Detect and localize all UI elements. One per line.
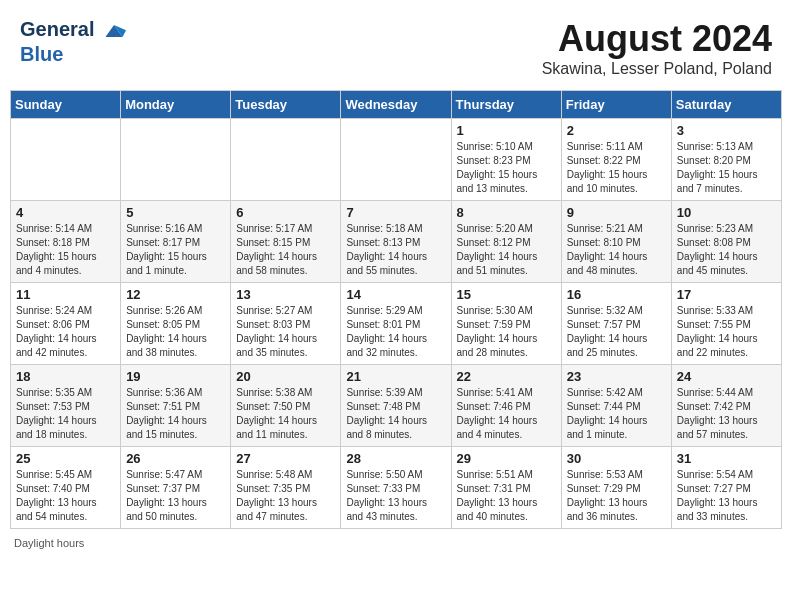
calendar-cell: 3Sunrise: 5:13 AMSunset: 8:20 PMDaylight… [671,119,781,201]
day-info: Sunrise: 5:42 AMSunset: 7:44 PMDaylight:… [567,386,666,442]
calendar-cell: 4Sunrise: 5:14 AMSunset: 8:18 PMDaylight… [11,201,121,283]
calendar-cell: 20Sunrise: 5:38 AMSunset: 7:50 PMDayligh… [231,365,341,447]
day-number: 23 [567,369,666,384]
day-info: Sunrise: 5:32 AMSunset: 7:57 PMDaylight:… [567,304,666,360]
day-number: 11 [16,287,115,302]
week-row-5: 25Sunrise: 5:45 AMSunset: 7:40 PMDayligh… [11,447,782,529]
calendar-cell: 2Sunrise: 5:11 AMSunset: 8:22 PMDaylight… [561,119,671,201]
day-number: 4 [16,205,115,220]
page-title: August 2024 [542,18,772,60]
calendar-cell [121,119,231,201]
day-number: 14 [346,287,445,302]
day-number: 7 [346,205,445,220]
day-number: 17 [677,287,776,302]
day-info: Sunrise: 5:41 AMSunset: 7:46 PMDaylight:… [457,386,556,442]
calendar-cell: 6Sunrise: 5:17 AMSunset: 8:15 PMDaylight… [231,201,341,283]
week-row-1: 1Sunrise: 5:10 AMSunset: 8:23 PMDaylight… [11,119,782,201]
day-number: 29 [457,451,556,466]
day-number: 1 [457,123,556,138]
day-number: 30 [567,451,666,466]
day-number: 6 [236,205,335,220]
calendar-cell: 7Sunrise: 5:18 AMSunset: 8:13 PMDaylight… [341,201,451,283]
calendar-cell [231,119,341,201]
week-row-2: 4Sunrise: 5:14 AMSunset: 8:18 PMDaylight… [11,201,782,283]
day-number: 2 [567,123,666,138]
calendar-cell [11,119,121,201]
logo-icon [102,19,126,43]
day-number: 26 [126,451,225,466]
calendar-cell: 1Sunrise: 5:10 AMSunset: 8:23 PMDaylight… [451,119,561,201]
day-info: Sunrise: 5:36 AMSunset: 7:51 PMDaylight:… [126,386,225,442]
day-number: 25 [16,451,115,466]
day-number: 22 [457,369,556,384]
day-info: Sunrise: 5:39 AMSunset: 7:48 PMDaylight:… [346,386,445,442]
calendar-cell: 29Sunrise: 5:51 AMSunset: 7:31 PMDayligh… [451,447,561,529]
day-info: Sunrise: 5:35 AMSunset: 7:53 PMDaylight:… [16,386,115,442]
day-number: 27 [236,451,335,466]
calendar-cell: 25Sunrise: 5:45 AMSunset: 7:40 PMDayligh… [11,447,121,529]
calendar-cell: 24Sunrise: 5:44 AMSunset: 7:42 PMDayligh… [671,365,781,447]
calendar-cell: 11Sunrise: 5:24 AMSunset: 8:06 PMDayligh… [11,283,121,365]
day-info: Sunrise: 5:26 AMSunset: 8:05 PMDaylight:… [126,304,225,360]
day-number: 20 [236,369,335,384]
day-number: 12 [126,287,225,302]
day-info: Sunrise: 5:33 AMSunset: 7:55 PMDaylight:… [677,304,776,360]
calendar-cell: 31Sunrise: 5:54 AMSunset: 7:27 PMDayligh… [671,447,781,529]
day-info: Sunrise: 5:16 AMSunset: 8:17 PMDaylight:… [126,222,225,278]
calendar-table: SundayMondayTuesdayWednesdayThursdayFrid… [10,90,782,529]
calendar-cell [341,119,451,201]
day-info: Sunrise: 5:38 AMSunset: 7:50 PMDaylight:… [236,386,335,442]
day-number: 8 [457,205,556,220]
calendar-cell: 14Sunrise: 5:29 AMSunset: 8:01 PMDayligh… [341,283,451,365]
logo-text: General [20,18,126,43]
calendar-cell: 26Sunrise: 5:47 AMSunset: 7:37 PMDayligh… [121,447,231,529]
week-row-4: 18Sunrise: 5:35 AMSunset: 7:53 PMDayligh… [11,365,782,447]
day-number: 15 [457,287,556,302]
page-subtitle: Skawina, Lesser Poland, Poland [542,60,772,78]
day-info: Sunrise: 5:51 AMSunset: 7:31 PMDaylight:… [457,468,556,524]
calendar-cell: 8Sunrise: 5:20 AMSunset: 8:12 PMDaylight… [451,201,561,283]
day-header-thursday: Thursday [451,91,561,119]
day-number: 24 [677,369,776,384]
day-number: 18 [16,369,115,384]
day-info: Sunrise: 5:23 AMSunset: 8:08 PMDaylight:… [677,222,776,278]
week-row-3: 11Sunrise: 5:24 AMSunset: 8:06 PMDayligh… [11,283,782,365]
page-header: General Blue August 2024 Skawina, Lesser… [10,10,782,82]
day-number: 28 [346,451,445,466]
day-header-tuesday: Tuesday [231,91,341,119]
day-info: Sunrise: 5:44 AMSunset: 7:42 PMDaylight:… [677,386,776,442]
day-info: Sunrise: 5:53 AMSunset: 7:29 PMDaylight:… [567,468,666,524]
calendar-cell: 16Sunrise: 5:32 AMSunset: 7:57 PMDayligh… [561,283,671,365]
calendar-cell: 23Sunrise: 5:42 AMSunset: 7:44 PMDayligh… [561,365,671,447]
footer: Daylight hours [10,537,782,549]
day-number: 3 [677,123,776,138]
day-info: Sunrise: 5:11 AMSunset: 8:22 PMDaylight:… [567,140,666,196]
calendar-cell: 17Sunrise: 5:33 AMSunset: 7:55 PMDayligh… [671,283,781,365]
logo-blue: Blue [20,43,126,65]
calendar-cell: 21Sunrise: 5:39 AMSunset: 7:48 PMDayligh… [341,365,451,447]
calendar-cell: 22Sunrise: 5:41 AMSunset: 7:46 PMDayligh… [451,365,561,447]
day-info: Sunrise: 5:20 AMSunset: 8:12 PMDaylight:… [457,222,556,278]
day-number: 13 [236,287,335,302]
day-info: Sunrise: 5:18 AMSunset: 8:13 PMDaylight:… [346,222,445,278]
calendar-cell: 19Sunrise: 5:36 AMSunset: 7:51 PMDayligh… [121,365,231,447]
day-number: 10 [677,205,776,220]
day-number: 31 [677,451,776,466]
day-number: 21 [346,369,445,384]
day-header-wednesday: Wednesday [341,91,451,119]
calendar-cell: 28Sunrise: 5:50 AMSunset: 7:33 PMDayligh… [341,447,451,529]
day-header-friday: Friday [561,91,671,119]
day-header-monday: Monday [121,91,231,119]
day-info: Sunrise: 5:24 AMSunset: 8:06 PMDaylight:… [16,304,115,360]
calendar-cell: 13Sunrise: 5:27 AMSunset: 8:03 PMDayligh… [231,283,341,365]
day-info: Sunrise: 5:14 AMSunset: 8:18 PMDaylight:… [16,222,115,278]
day-info: Sunrise: 5:48 AMSunset: 7:35 PMDaylight:… [236,468,335,524]
day-info: Sunrise: 5:21 AMSunset: 8:10 PMDaylight:… [567,222,666,278]
calendar-cell: 15Sunrise: 5:30 AMSunset: 7:59 PMDayligh… [451,283,561,365]
day-number: 9 [567,205,666,220]
day-info: Sunrise: 5:17 AMSunset: 8:15 PMDaylight:… [236,222,335,278]
calendar-cell: 18Sunrise: 5:35 AMSunset: 7:53 PMDayligh… [11,365,121,447]
day-info: Sunrise: 5:27 AMSunset: 8:03 PMDaylight:… [236,304,335,360]
day-info: Sunrise: 5:50 AMSunset: 7:33 PMDaylight:… [346,468,445,524]
day-number: 19 [126,369,225,384]
